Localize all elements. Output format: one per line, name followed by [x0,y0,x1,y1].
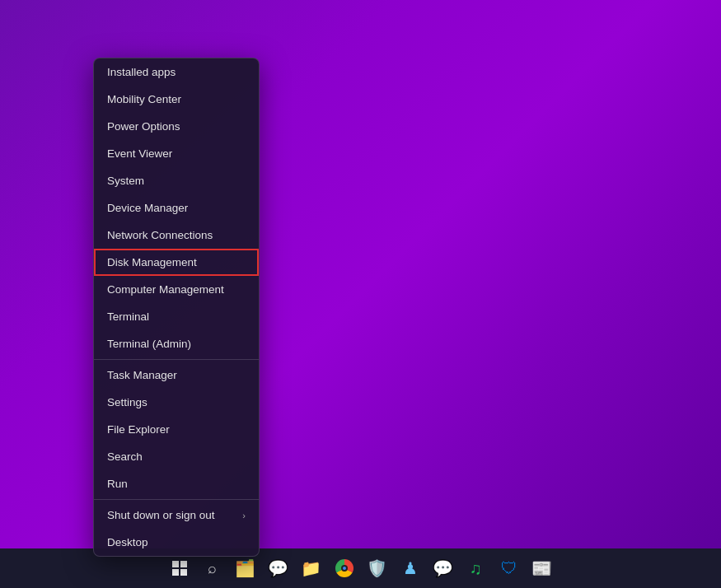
menu-item-label: Disk Management [107,256,197,268]
windows-logo-icon [172,561,187,576]
file-explorer-icon: 🗂️ [235,558,255,578]
teams-button[interactable]: 💬 [264,553,293,583]
menu-item-device-manager[interactable]: Device Manager [94,194,259,222]
steam-button[interactable]: ♟ [396,553,425,583]
bitwarden-button[interactable]: 🛡️ [363,553,392,583]
menu-item-label: Mobility Center [107,93,181,105]
menu-item-computer-management[interactable]: Computer Management [94,276,259,303]
menu-item-label: Desktop [107,536,148,548]
menu-item-label: Shut down or sign out [107,509,215,521]
windows-security-button[interactable]: 🛡 [494,553,524,583]
teams-icon: 💬 [268,558,288,578]
context-menu: Installed appsMobility CenterPower Optio… [93,58,260,557]
menu-item-label: Run [107,478,128,490]
menu-item-label: Power Options [107,120,180,133]
menu-item-installed-apps[interactable]: Installed apps [94,58,259,86]
menu-item-run[interactable]: Run [94,470,259,497]
spotify-icon: ♫ [470,559,482,578]
taskbar-search-button[interactable]: ⌕ [198,553,227,583]
menu-item-terminal[interactable]: Terminal [94,303,259,330]
menu-separator [94,359,259,360]
menu-item-file-explorer[interactable]: File Explorer [94,416,259,443]
menu-item-label: Terminal (Admin) [107,338,191,350]
submenu-chevron-icon: › [242,511,246,520]
news-icon: 📰 [531,558,552,578]
menu-separator [94,499,259,500]
menu-item-label: Computer Management [107,283,224,296]
search-icon: ⌕ [208,560,217,577]
menu-item-event-viewer[interactable]: Event Viewer [94,140,259,167]
security-shield-icon: 🛡 [501,559,517,578]
menu-item-label: Device Manager [107,202,188,214]
menu-item-network-connections[interactable]: Network Connections [94,222,259,249]
folder-button[interactable]: 📁 [297,553,326,583]
menu-item-label: Settings [107,396,147,408]
menu-item-label: Network Connections [107,229,213,241]
menu-item-label: Installed apps [107,66,176,78]
file-explorer-button[interactable]: 🗂️ [231,553,260,583]
menu-item-task-manager[interactable]: Task Manager [94,362,259,389]
menu-item-power-options[interactable]: Power Options [94,113,259,140]
menu-item-label: File Explorer [107,423,170,436]
menu-item-mobility-center[interactable]: Mobility Center [94,86,259,113]
menu-item-label: Search [107,450,143,463]
start-button[interactable] [165,553,194,583]
menu-item-desktop[interactable]: Desktop [94,529,259,556]
menu-item-settings[interactable]: Settings [94,389,259,416]
menu-item-label: Event Viewer [107,147,172,160]
menu-item-label: System [107,175,144,187]
chrome-icon [335,559,353,577]
news-button[interactable]: 📰 [527,553,557,583]
menu-item-disk-management[interactable]: Disk Management [94,249,259,276]
bitwarden-icon: 🛡️ [367,558,387,578]
chrome-button[interactable] [330,553,359,583]
menu-item-label: Terminal [107,310,149,323]
discord-icon: 💬 [433,558,453,578]
menu-item-search[interactable]: Search [94,443,259,470]
spotify-button[interactable]: ♫ [461,553,491,583]
menu-item-system[interactable]: System [94,167,259,194]
menu-item-label: Task Manager [107,369,177,381]
steam-icon: ♟ [403,558,418,578]
folder-icon: 📁 [301,558,321,578]
menu-item-shut-down-or-sign-out[interactable]: Shut down or sign out› [94,502,259,529]
menu-item-terminal-admin[interactable]: Terminal (Admin) [94,330,259,357]
discord-button[interactable]: 💬 [428,553,458,583]
